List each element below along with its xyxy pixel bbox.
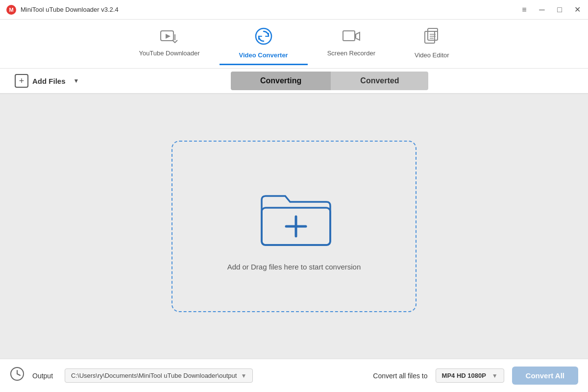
- tab-video-editor[interactable]: Video Editor: [395, 23, 469, 65]
- format-dropdown-icon: ▼: [492, 372, 498, 379]
- convert-all-label: Convert all files to: [373, 372, 427, 380]
- format-select[interactable]: MP4 HD 1080P ▼: [436, 368, 504, 383]
- video-editor-label: Video Editor: [415, 51, 449, 59]
- video-editor-icon: [424, 27, 440, 49]
- main-content: Add or Drag files here to start conversi…: [0, 94, 588, 359]
- window-controls: ≡ ─ □ ✕: [519, 5, 582, 15]
- nav-tabs: YouTube Downloader Video Converter: [119, 23, 468, 65]
- toolbar: + Add Files ▼ Converting Converted: [0, 69, 588, 94]
- svg-text:M: M: [9, 7, 13, 13]
- minimize-button[interactable]: ─: [537, 5, 547, 15]
- drop-zone[interactable]: Add or Drag files here to start conversi…: [172, 141, 416, 312]
- app-logo-icon: M: [6, 4, 17, 15]
- youtube-downloader-icon: [160, 29, 178, 47]
- screen-recorder-icon: [343, 29, 360, 47]
- folder-icon: [255, 182, 333, 251]
- drop-zone-text: Add or Drag files here to start conversi…: [227, 263, 361, 271]
- add-files-button[interactable]: + Add Files: [10, 71, 71, 91]
- converting-tab[interactable]: Converting: [231, 72, 331, 90]
- add-files-dropdown-arrow[interactable]: ▼: [72, 75, 81, 86]
- output-path[interactable]: C:\Users\ry\Documents\MiniTool uTube Dow…: [65, 368, 253, 383]
- svg-rect-6: [343, 31, 355, 41]
- output-path-text: C:\Users\ry\Documents\MiniTool uTube Dow…: [71, 372, 237, 379]
- add-files-icon: +: [15, 74, 28, 88]
- format-value: MP4 HD 1080P: [442, 372, 486, 379]
- tab-youtube-downloader[interactable]: YouTube Downloader: [119, 24, 219, 63]
- app-title: MiniTool uTube Downloader v3.2.4: [21, 6, 119, 13]
- svg-line-19: [17, 374, 20, 375]
- title-bar: M MiniTool uTube Downloader v3.2.4 ≡ ─ □…: [0, 0, 588, 20]
- add-files-label: Add Files: [32, 77, 66, 85]
- output-path-dropdown-icon: ▼: [241, 372, 246, 379]
- svg-marker-7: [356, 32, 360, 40]
- svg-rect-8: [425, 31, 435, 43]
- video-converter-label: Video Converter: [239, 51, 288, 59]
- maximize-button[interactable]: □: [555, 5, 564, 15]
- nav-bar: YouTube Downloader Video Converter: [0, 20, 588, 69]
- bottom-bar: Output C:\Users\ry\Documents\MiniTool uT…: [0, 359, 588, 392]
- screen-recorder-label: Screen Recorder: [327, 49, 375, 57]
- svg-marker-3: [166, 34, 171, 39]
- menu-button[interactable]: ≡: [519, 5, 529, 15]
- output-label: Output: [32, 372, 53, 380]
- tab-screen-recorder[interactable]: Screen Recorder: [308, 24, 395, 63]
- youtube-downloader-label: YouTube Downloader: [139, 49, 199, 57]
- close-button[interactable]: ✕: [572, 5, 582, 15]
- converted-tab[interactable]: Converted: [331, 72, 428, 90]
- title-bar-left: M MiniTool uTube Downloader v3.2.4: [6, 4, 119, 15]
- video-converter-icon: [255, 27, 272, 49]
- clock-icon: [10, 367, 24, 385]
- converter-tabs: Converting Converted: [231, 72, 429, 90]
- tab-video-converter[interactable]: Video Converter: [220, 23, 308, 65]
- convert-all-button[interactable]: Convert All: [512, 367, 578, 385]
